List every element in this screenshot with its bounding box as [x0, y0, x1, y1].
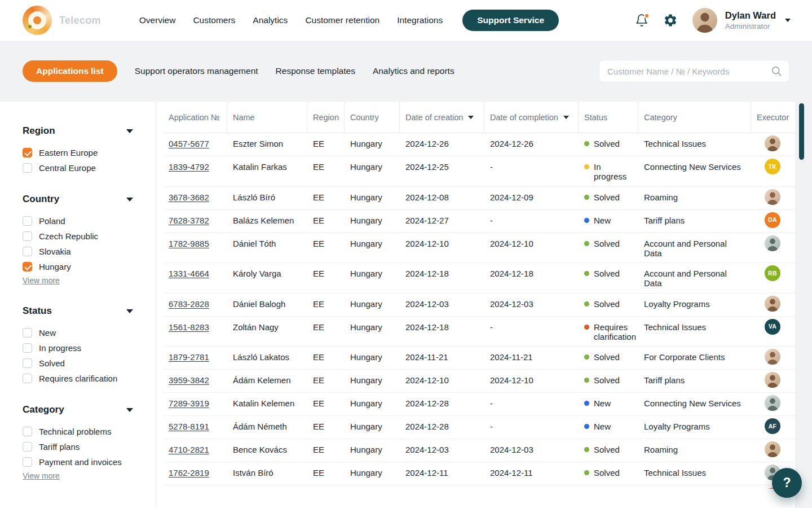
- filter-option-slovakia[interactable]: Slovakia: [23, 246, 156, 257]
- cell-date-creation: 2024-12-18: [400, 263, 484, 293]
- column-header-label: Application №: [169, 113, 220, 122]
- application-link[interactable]: 5278-8191: [169, 422, 209, 431]
- application-link[interactable]: 4710-2821: [169, 445, 209, 454]
- tab-applications-list[interactable]: Applications list: [23, 60, 117, 82]
- checkbox[interactable]: [23, 457, 32, 467]
- application-link[interactable]: 1782-9885: [169, 239, 209, 248]
- filter-option-label: Poland: [39, 216, 65, 226]
- cell-country: Hungary: [345, 210, 400, 233]
- filter-group-region: RegionEastern EuropeCentral Europe: [23, 125, 156, 173]
- application-link[interactable]: 3678-3682: [169, 192, 209, 202]
- checkbox[interactable]: [23, 216, 32, 226]
- support-service-button[interactable]: Support Service: [462, 10, 559, 31]
- filter-option-czech-republic[interactable]: Czech Republic: [23, 230, 156, 242]
- cell-category: Connecting New Services: [638, 393, 751, 415]
- filter-option-tariff-plans[interactable]: Tariff plans: [23, 441, 156, 452]
- brand[interactable]: Telecom: [23, 6, 101, 35]
- application-link[interactable]: 1331-4664: [169, 269, 209, 278]
- application-link[interactable]: 1839-4792: [169, 162, 209, 172]
- search-icon[interactable]: [770, 65, 783, 77]
- user-menu-chevron-icon[interactable]: [785, 19, 791, 22]
- tab-analytics-and-reports[interactable]: Analytics and reports: [373, 66, 454, 76]
- nav-item-integrations[interactable]: Integrations: [397, 15, 443, 25]
- cell-application: 1762-2819: [163, 462, 227, 485]
- status-dot: [584, 141, 589, 146]
- cell-category: Technical Issues: [638, 133, 751, 156]
- cell-category: Tariff plans: [638, 210, 751, 233]
- cell-executor: DA: [751, 210, 795, 233]
- user-avatar[interactable]: [692, 8, 717, 33]
- cell-executor: TK: [751, 156, 795, 186]
- checkbox[interactable]: [23, 247, 32, 256]
- application-link[interactable]: 6783-2828: [169, 299, 209, 309]
- checkbox[interactable]: [23, 343, 32, 353]
- checkbox[interactable]: [23, 231, 32, 241]
- filter-group-header[interactable]: Country: [23, 194, 133, 205]
- application-link[interactable]: 1561-8283: [169, 322, 209, 332]
- filter-option-technical-problems[interactable]: Technical problems: [23, 426, 156, 437]
- filter-option-poland[interactable]: Poland: [23, 215, 156, 226]
- cell-name: Ádám Németh: [227, 416, 307, 439]
- tab-support-operators-management[interactable]: Support operators management: [135, 66, 258, 76]
- notifications-button[interactable]: [635, 14, 648, 27]
- filter-option-label: Payment and invoices: [39, 457, 122, 467]
- checkbox[interactable]: [23, 163, 32, 173]
- cell-country: Hungary: [345, 347, 400, 369]
- sort-desc-icon[interactable]: [468, 116, 474, 119]
- cell-category: Roaming: [638, 187, 751, 209]
- settings-button[interactable]: [663, 13, 678, 28]
- table-scroll[interactable]: Application №NameRegionCountryDate of cr…: [163, 102, 795, 489]
- nav-item-customer-retention[interactable]: Customer retention: [305, 15, 379, 25]
- nav-item-customers[interactable]: Customers: [193, 15, 235, 25]
- nav-item-analytics[interactable]: Analytics: [253, 15, 288, 25]
- column-header-date-of-creation[interactable]: Date of creation: [400, 102, 484, 133]
- column-header-date-of-completion[interactable]: Date of completion: [484, 102, 579, 133]
- status-label: Solved: [594, 352, 620, 362]
- filter-option-central-europe[interactable]: Central Europe: [23, 162, 156, 173]
- filter-option-hungary[interactable]: Hungary: [23, 261, 156, 272]
- tab-response-templates[interactable]: Response templates: [276, 66, 355, 76]
- checkbox[interactable]: [23, 442, 32, 452]
- filter-group-header[interactable]: Region: [23, 125, 133, 137]
- search-input[interactable]: [599, 60, 789, 82]
- checkbox[interactable]: [23, 328, 32, 338]
- view-more-link[interactable]: View more: [23, 471, 60, 480]
- user-menu[interactable]: Dylan Ward Administrator: [692, 8, 791, 33]
- help-button[interactable]: ?: [772, 468, 802, 498]
- nav-item-overview[interactable]: Overview: [139, 15, 176, 25]
- filter-option-payment-and-invoices[interactable]: Payment and invoices: [23, 456, 156, 467]
- filter-option-new[interactable]: New: [23, 327, 156, 338]
- view-more-link[interactable]: View more: [23, 276, 60, 285]
- cell-region: EE: [307, 233, 345, 263]
- cell-date-completion: 2024-11-21: [484, 347, 579, 369]
- filter-option-eastern-europe[interactable]: Eastern Europe: [23, 147, 156, 158]
- application-link[interactable]: 1879-2781: [169, 352, 209, 362]
- filter-option-in-progress[interactable]: In progress: [23, 342, 156, 353]
- scrollbar-thumb[interactable]: [799, 103, 804, 160]
- filter-group-header[interactable]: Category: [23, 404, 133, 415]
- checkbox[interactable]: [23, 358, 32, 368]
- filter-option-requires-clarification[interactable]: Requires clarification: [23, 373, 156, 384]
- application-link[interactable]: 3959-3842: [169, 375, 209, 385]
- cell-name: István Bíró: [227, 462, 307, 485]
- checkbox[interactable]: [23, 427, 32, 436]
- application-link[interactable]: 1762-2819: [169, 468, 209, 478]
- filter-group-header[interactable]: Status: [23, 305, 133, 317]
- application-link[interactable]: 7628-3782: [169, 216, 209, 225]
- status-label: Solved: [594, 375, 620, 385]
- status-label: Solved: [594, 239, 620, 248]
- cell-name: Bence Kovács: [227, 439, 307, 462]
- checkbox[interactable]: [23, 148, 32, 157]
- notification-dot: [644, 13, 650, 19]
- column-header-category: Category: [638, 102, 751, 133]
- checkbox[interactable]: [23, 374, 32, 383]
- checkbox[interactable]: [23, 262, 32, 271]
- cell-application: 7628-3782: [163, 210, 227, 233]
- application-link[interactable]: 0457-5677: [169, 139, 209, 148]
- sort-desc-icon[interactable]: [563, 116, 569, 119]
- application-link[interactable]: 7289-3919: [169, 398, 209, 408]
- cell-date-completion: 2024-12-10: [484, 370, 579, 392]
- filter-option-solved[interactable]: Solved: [23, 357, 156, 369]
- status-dot: [584, 424, 589, 429]
- cell-date-completion: 2024-12-11: [484, 462, 579, 485]
